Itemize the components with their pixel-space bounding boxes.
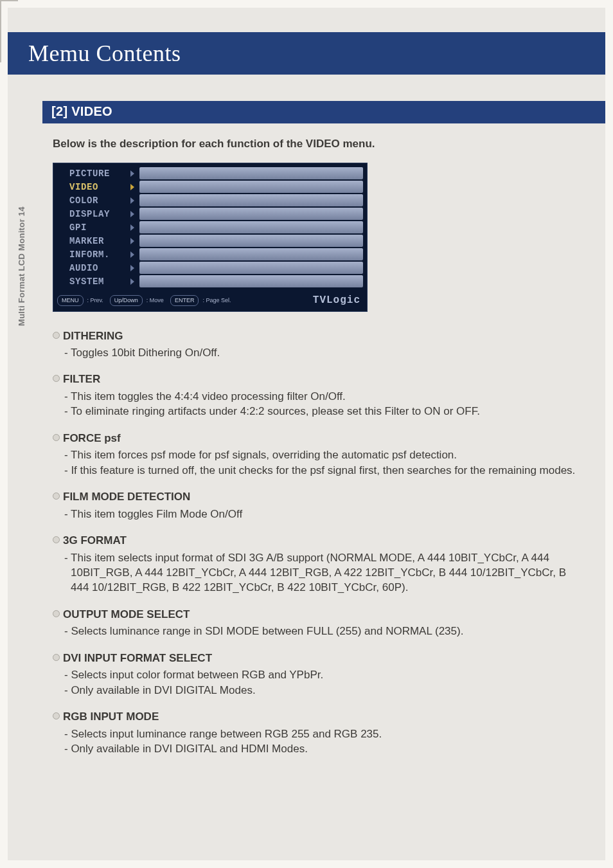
description-item: RGB INPUT MODESelects input luminance ra… [53,709,582,756]
item-heading: FORCE psf [53,431,582,446]
osd-value-row [139,194,363,206]
description-item: 3G FORMATThis item selects input format … [53,533,582,595]
osd-page-label: : Page Sel. [202,296,231,304]
osd-move-label: : Move [147,296,164,304]
osd-item-color[interactable]: COLOR [53,194,136,208]
osd-item-label: MARKER [69,235,104,248]
osd-item-audio[interactable]: AUDIO [53,262,136,275]
osd-item-label: PICTURE [69,168,110,180]
osd-item-label: VIDEO [69,181,98,194]
description-item: FILTERThis item toggles the 4:4:4 video … [53,372,582,419]
osd-item-label: SYSTEM [69,276,104,288]
osd-value-row [139,248,363,260]
osd-body: PICTURE VIDEO COLOR DISPLAY GPI MARKER I… [53,163,367,291]
item-heading: RGB INPUT MODE [53,709,582,724]
item-bullet: Selects luminance range in SDI MODE betw… [53,624,582,638]
palette-icon [57,170,67,179]
section-bar: [2] VIDEO [42,101,605,123]
sidebar-label: Multi Format LCD Monitor 14 [17,206,26,326]
osd-value-rows [136,163,367,291]
osd-value-row [139,181,363,193]
item-bullet: This item toggles the 4:4:4 video proces… [53,389,582,404]
osd-prev-button: MENU [57,295,84,305]
osd-item-label: AUDIO [69,262,98,275]
item-bullet: Selects input color format between RGB a… [53,667,582,682]
osd-item-label: GPI [69,222,87,234]
item-bullet: This item forces psf mode for psf signal… [53,448,582,462]
osd-value-row [139,208,363,220]
osd-item-system[interactable]: SYSTEM [53,275,136,289]
video-icon [57,183,67,192]
osd-value-row [139,275,363,287]
osd-item-picture[interactable]: PICTURE [53,167,136,181]
osd-value-row [139,167,363,179]
description-item: DITHERING Toggles 10bit Dithering On/Off… [53,329,582,361]
item-heading: 3G FORMAT [53,533,582,548]
info-icon [57,251,67,260]
item-bullet: Selects input luminance range between RG… [53,727,582,741]
audio-icon [57,264,67,273]
osd-item-label: INFORM. [69,249,110,261]
item-bullet: To eliminate ringing artifacts under 4:2… [53,404,582,419]
item-bullet: If this feature is turned off, the unit … [53,463,582,478]
color-icon [57,197,67,206]
title-bar: Memu Contents [8,32,605,75]
osd-panel: PICTURE VIDEO COLOR DISPLAY GPI MARKER I… [53,163,368,311]
osd-menu: PICTURE VIDEO COLOR DISPLAY GPI MARKER I… [53,163,136,291]
page-title: Memu Contents [8,32,605,67]
osd-item-inform[interactable]: INFORM. [53,248,136,262]
description-item: FORCE psfThis item forces psf mode for p… [53,431,582,478]
intro-text: Below is the description for each functi… [53,136,582,151]
osd-value-row [139,221,363,233]
section-title: [2] VIDEO [42,101,112,119]
osd-item-label: DISPLAY [69,208,110,221]
osd-item-display[interactable]: DISPLAY [53,208,136,221]
display-icon [57,210,67,219]
osd-item-gpi[interactable]: GPI [53,221,136,235]
item-heading: DVI INPUT FORMAT SELECT [53,651,582,665]
item-heading: FILM MODE DETECTION [53,489,582,504]
item-bullet: Only available in DVI DIGITAL and HDMI M… [53,741,582,756]
page-inner: Memu Contents [2] VIDEO Multi Format LCD… [8,8,605,860]
osd-logo: TVLogic [313,293,363,307]
item-bullet: Only available in DVI DIGITAL Modes. [53,683,582,698]
item-heading: OUTPUT MODE SELECT [53,607,582,622]
osd-prev-label: : Prev. [87,296,103,304]
osd-footer: MENU : Prev. Up/Down : Move ENTER : Page… [53,291,367,311]
osd-item-video[interactable]: VIDEO [53,181,136,194]
item-bullet: Toggles 10bit Dithering On/Off. [53,345,582,360]
gpi-icon [57,224,67,233]
content: Below is the description for each functi… [53,136,582,768]
osd-page-button: ENTER [170,295,199,305]
osd-item-marker[interactable]: MARKER [53,235,136,248]
item-bullet: This item toggles Film Mode On/Off [53,507,582,521]
osd-value-row [139,262,363,274]
system-icon [57,278,67,287]
item-heading: FILTER [53,372,582,386]
item-bullet: This item selects input format of SDI 3G… [53,550,582,595]
description-item: DVI INPUT FORMAT SELECTSelects input col… [53,651,582,698]
item-heading: DITHERING [53,329,582,343]
marker-icon [57,237,67,246]
osd-value-row [139,235,363,247]
description-item: OUTPUT MODE SELECTSelects luminance rang… [53,607,582,639]
description-item: FILM MODE DETECTIONThis item toggles Fil… [53,489,582,521]
osd-item-label: COLOR [69,195,98,207]
osd-move-button: Up/Down [110,295,143,305]
